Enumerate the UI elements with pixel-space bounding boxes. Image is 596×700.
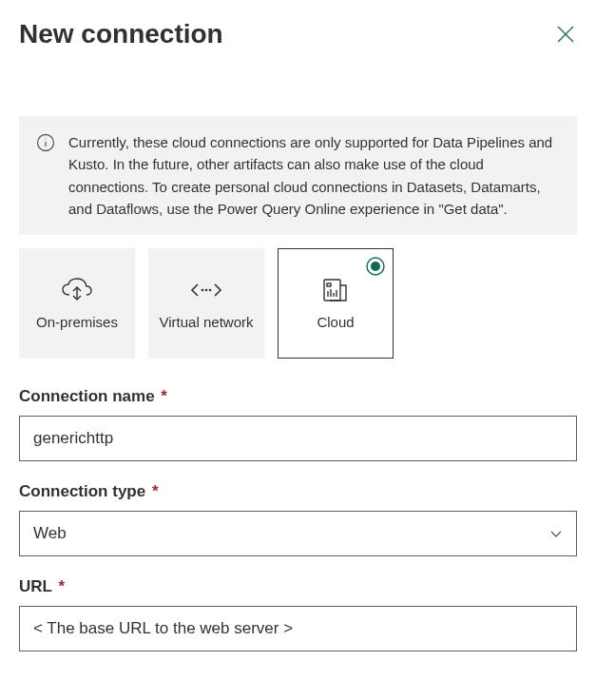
tile-label: Cloud [317, 314, 354, 332]
page-title: New connection [19, 19, 223, 49]
url-input[interactable] [19, 606, 577, 651]
tile-label: On-premises [36, 314, 118, 332]
connection-type-select[interactable]: Web [19, 511, 577, 556]
connection-name-input[interactable] [19, 416, 577, 461]
connection-name-label: Connection name * [19, 387, 577, 406]
svg-point-6 [205, 288, 208, 291]
on-premises-icon [61, 276, 93, 304]
required-marker: * [58, 577, 65, 595]
svg-rect-10 [324, 280, 340, 301]
tile-virtual-network[interactable]: Virtual network [148, 248, 264, 359]
tile-on-premises[interactable]: On-premises [19, 248, 135, 359]
close-button[interactable] [554, 23, 577, 46]
required-marker: * [161, 387, 167, 405]
svg-rect-11 [327, 283, 331, 286]
url-label: URL * [19, 577, 577, 596]
info-text: Currently, these cloud connections are o… [68, 131, 560, 220]
tile-cloud[interactable]: Cloud [278, 248, 394, 359]
connection-type-label: Connection type * [19, 482, 577, 501]
info-banner: Currently, these cloud connections are o… [19, 116, 577, 235]
svg-point-9 [371, 262, 380, 271]
info-icon [36, 133, 55, 152]
svg-point-7 [209, 288, 212, 291]
selected-indicator-icon [366, 257, 385, 276]
connection-location-tiles: On-premises Virtual network [19, 248, 577, 359]
virtual-network-icon [190, 276, 222, 304]
svg-point-4 [45, 138, 46, 139]
close-icon [556, 25, 575, 44]
required-marker: * [152, 482, 159, 500]
svg-point-5 [202, 288, 204, 291]
cloud-icon [319, 276, 352, 304]
tile-label: Virtual network [160, 314, 254, 332]
